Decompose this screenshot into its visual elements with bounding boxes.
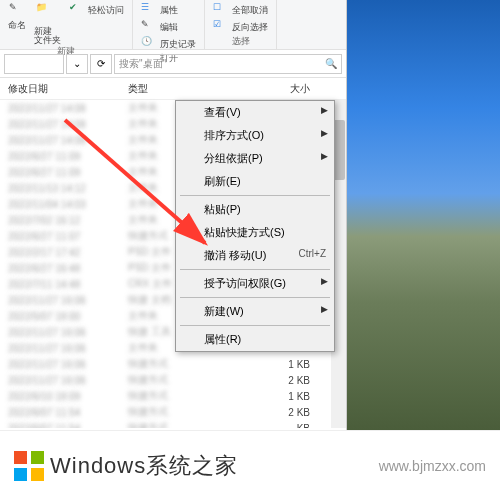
watermark-url: www.bjmzxx.com bbox=[379, 458, 486, 474]
rename-icon: ✎ bbox=[9, 2, 25, 18]
windows-logo-icon bbox=[14, 451, 44, 481]
ribbon: ✎ 命名 📁 新建 文件夹 ✔ 轻松访问 新建 ☰ 属性 bbox=[0, 0, 346, 50]
cell-size: 1 KB bbox=[210, 391, 330, 402]
edit-icon: ✎ bbox=[141, 19, 157, 35]
properties-label: 属性 bbox=[160, 4, 178, 17]
invert-icon: ☑ bbox=[213, 19, 229, 35]
ctx-undo-move[interactable]: 撤消 移动(U)Ctrl+Z bbox=[176, 244, 334, 267]
watermark-bar: Windows系统之家 www.bjmzxx.com bbox=[0, 430, 500, 500]
desktop-background bbox=[340, 0, 500, 430]
address-dropdown-button[interactable]: ⌄ bbox=[66, 54, 88, 74]
rename-button[interactable]: ✎ 命名 bbox=[8, 2, 26, 32]
cell-date: 2022/6/07 11:54 bbox=[0, 419, 120, 429]
ctx-new[interactable]: 新建(W)▶ bbox=[176, 300, 334, 323]
submenu-arrow-icon: ▶ bbox=[321, 304, 328, 314]
cell-size: 2 KB bbox=[210, 407, 330, 418]
edit-button[interactable]: ✎ 编辑 bbox=[141, 19, 178, 35]
cell-size: 2 KB bbox=[210, 375, 330, 386]
ctx-separator bbox=[180, 325, 330, 326]
watermark-logo: Windows系统之家 bbox=[14, 451, 238, 481]
watermark-brand: Windows系统之家 bbox=[50, 451, 238, 481]
properties-icon: ☰ bbox=[141, 2, 157, 18]
ctx-sort[interactable]: 排序方式(O)▶ bbox=[176, 124, 334, 147]
history-button[interactable]: 🕓 历史记录 bbox=[141, 36, 196, 52]
easy-access-label: 轻松访问 bbox=[88, 4, 124, 17]
table-row[interactable]: 2022/6/07 11:54快捷方式KB bbox=[0, 420, 346, 428]
ctx-separator bbox=[180, 297, 330, 298]
column-date[interactable]: 修改日期 bbox=[0, 78, 120, 99]
ribbon-group-select-label: 选择 bbox=[213, 35, 268, 48]
cell-size: 1 KB bbox=[210, 359, 330, 370]
ctx-paste-shortcut[interactable]: 粘贴快捷方式(S) bbox=[176, 221, 334, 244]
cell-size: KB bbox=[210, 423, 330, 429]
column-size[interactable]: 大小 bbox=[210, 78, 330, 99]
invert-selection-button[interactable]: ☑ 反向选择 bbox=[213, 19, 268, 35]
rename-label: 命名 bbox=[8, 19, 26, 32]
cell-type: 快捷方式 bbox=[120, 417, 210, 428]
submenu-arrow-icon: ▶ bbox=[321, 128, 328, 138]
deselect-icon: ☐ bbox=[213, 2, 229, 18]
submenu-arrow-icon: ▶ bbox=[321, 276, 328, 286]
ctx-properties[interactable]: 属性(R) bbox=[176, 328, 334, 351]
ctx-separator bbox=[180, 269, 330, 270]
invert-label: 反向选择 bbox=[232, 21, 268, 34]
history-icon: 🕓 bbox=[141, 36, 157, 52]
submenu-arrow-icon: ▶ bbox=[321, 105, 328, 115]
search-icon: 🔍 bbox=[325, 58, 337, 69]
context-menu: 查看(V)▶ 排序方式(O)▶ 分组依据(P)▶ 刷新(E) 粘贴(P) 粘贴快… bbox=[175, 100, 335, 352]
address-bar: ⌄ ⟳ 搜索"桌面" 🔍 bbox=[0, 50, 346, 78]
history-label: 历史记录 bbox=[160, 38, 196, 51]
ctx-shortcut: Ctrl+Z bbox=[299, 248, 327, 263]
address-field[interactable] bbox=[4, 54, 64, 74]
properties-button[interactable]: ☰ 属性 bbox=[141, 2, 178, 18]
refresh-button[interactable]: ⟳ bbox=[90, 54, 112, 74]
ctx-paste[interactable]: 粘贴(P) bbox=[176, 198, 334, 221]
search-input[interactable]: 搜索"桌面" 🔍 bbox=[114, 54, 342, 74]
folder-icon: 📁 bbox=[36, 2, 60, 26]
ctx-refresh[interactable]: 刷新(E) bbox=[176, 170, 334, 193]
chevron-down-icon: ⌄ bbox=[73, 58, 81, 69]
edit-label: 编辑 bbox=[160, 21, 178, 34]
ctx-group[interactable]: 分组依据(P)▶ bbox=[176, 147, 334, 170]
easy-access-icon: ✔ bbox=[69, 2, 85, 18]
ctx-grant-access[interactable]: 授予访问权限(G)▶ bbox=[176, 272, 334, 295]
ctx-separator bbox=[180, 195, 330, 196]
deselect-all-button[interactable]: ☐ 全部取消 bbox=[213, 2, 268, 18]
refresh-icon: ⟳ bbox=[97, 58, 105, 69]
new-folder-button[interactable]: 📁 新建 文件夹 bbox=[34, 2, 61, 45]
deselect-label: 全部取消 bbox=[232, 4, 268, 17]
column-type[interactable]: 类型 bbox=[120, 78, 210, 99]
easy-access-button[interactable]: ✔ 轻松访问 bbox=[69, 2, 124, 18]
new-folder-label: 新建 文件夹 bbox=[34, 27, 61, 45]
submenu-arrow-icon: ▶ bbox=[321, 151, 328, 161]
search-placeholder: 搜索"桌面" bbox=[119, 57, 166, 71]
ctx-view[interactable]: 查看(V)▶ bbox=[176, 101, 334, 124]
